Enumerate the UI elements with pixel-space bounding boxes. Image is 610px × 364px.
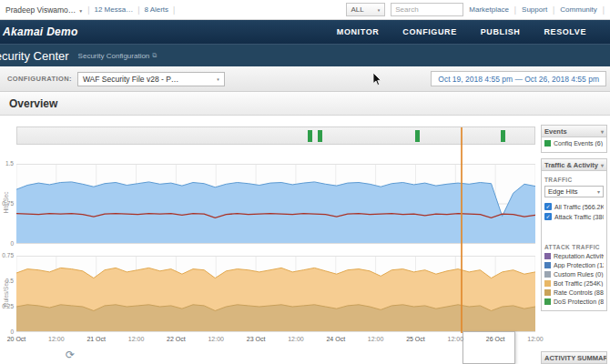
metric-value: Edge Hits (548, 187, 578, 196)
legend-swatch (544, 280, 551, 287)
checkbox-icon[interactable]: ✓ (544, 203, 552, 210)
nav-monitor[interactable]: MONITOR (337, 27, 380, 36)
alerts-link[interactable]: 8 Alerts (144, 5, 168, 14)
config-events-legend[interactable]: Config Events (6) (544, 140, 604, 147)
traffic-panel-title: Traffic & Activity (544, 161, 598, 169)
page-title: Security Center (0, 49, 69, 63)
crosshair-line (461, 127, 463, 333)
page-subtitle-link[interactable]: Security Configuration (78, 52, 150, 60)
date-range-picker[interactable]: Oct 19, 2018 4:55 pm — Oct 26, 2018 4:55… (431, 71, 606, 86)
utility-bar: Pradeep Viswamo…▼ | 12 Messa… | 8 Alerts… (0, 0, 610, 20)
chevron-down-icon: ▾ (217, 76, 219, 82)
search-scope-select[interactable]: ALL▾ (346, 3, 386, 16)
config-event-marker[interactable] (318, 130, 322, 142)
user-menu[interactable]: Pradeep Viswamo…▼ (5, 5, 83, 15)
x-axis-tick: 22 Oct (167, 336, 186, 342)
akamai-logo[interactable]: Akamai Demo (3, 25, 78, 38)
activity-summary-panel: ACTIVITY SUMMARY (541, 351, 607, 364)
x-axis-tick: 25 Oct (406, 336, 425, 342)
x-axis-tick: 12:00 (208, 336, 224, 342)
configuration-select[interactable]: WAF Security File v28 - P…▾ (77, 72, 225, 86)
legend-label: App Protection (126.1K… (554, 262, 604, 268)
traffic-activity-panel: Traffic & Activity ▾ TRAFFIC Edge Hits ▾… (541, 158, 607, 311)
nav-configure[interactable]: CONFIGURE (402, 27, 456, 36)
divider: | (514, 5, 516, 15)
legend-swatch (544, 298, 551, 305)
events-panel-header[interactable]: Events ▾ (542, 126, 606, 137)
attack-legend-item[interactable]: Bot Traffic (254K) 66.7% (544, 280, 604, 287)
x-axis-tick: 23 Oct (247, 336, 266, 342)
chevron-down-icon: ▼ (78, 8, 83, 14)
y-axis-tick: 0.5 (0, 278, 14, 284)
legend-label: Reputation Activity (0) (554, 253, 604, 259)
metric-select[interactable]: Edge Hits ▾ (544, 186, 604, 197)
legend-label: Rate Controls (884)… (554, 289, 604, 296)
activity-summary-title: ACTIVITY SUMMARY (544, 354, 606, 362)
attack-legend-item[interactable]: Custom Rules (0) 0.0% (544, 271, 604, 278)
legend-label: DoS Protection (898)… (554, 298, 604, 305)
config-event-marker[interactable] (415, 130, 420, 142)
x-axis-tick: 20 Oct (7, 336, 26, 342)
checkbox-icon[interactable]: ✓ (544, 213, 552, 220)
events-timeline[interactable] (16, 126, 535, 145)
y-axis-tick: 1.5 (0, 160, 14, 167)
chart-region: Hits/Sec Rules/Sec ⟳ 00.751.500.250.50.7… (0, 116, 539, 364)
attack-legend-item[interactable]: Reputation Activity (0) (544, 253, 604, 259)
nav-publish[interactable]: PUBLISH (481, 27, 521, 36)
traffic-chart[interactable] (16, 164, 535, 244)
link-community[interactable]: Community (560, 5, 596, 14)
divider: | (173, 5, 175, 15)
x-axis-tick: 24 Oct (326, 336, 345, 342)
chevron-down-icon: ▾ (378, 7, 381, 13)
attack-legend-item[interactable]: App Protection (126.1K… (544, 262, 604, 268)
x-axis-tick: 26 Oct (486, 336, 505, 342)
traffic-chart-container (16, 164, 535, 244)
external-link-icon: ⧉ (152, 52, 157, 59)
y-axis-tick: 0.75 (0, 200, 14, 207)
divider: | (603, 5, 605, 15)
attack-legend-item[interactable]: DoS Protection (898)… (544, 298, 604, 305)
configuration-label: CONFIGURATION: (7, 75, 72, 83)
configuration-value: WAF Security File v28 - P… (83, 75, 178, 84)
legend-swatch (544, 262, 551, 268)
x-axis-tick: 21 Oct (86, 336, 106, 342)
config-event-marker[interactable] (501, 130, 505, 142)
y-axis-tick: 0 (0, 240, 14, 247)
chevron-down-icon: ▾ (601, 162, 604, 168)
right-sidebar: Events ▾ Config Events (6) Traffic & Act… (539, 116, 610, 364)
x-axis-tick: 12:00 (48, 336, 65, 342)
traffic-checkbox-row[interactable]: ✓Attack Traffic (380… (544, 213, 604, 220)
search-input[interactable] (391, 3, 463, 16)
legend-swatch (544, 289, 551, 296)
link-support[interactable]: Support (522, 5, 547, 14)
y-axis-tick: 0.75 (0, 252, 14, 258)
legend-swatch (544, 253, 551, 259)
y-axis-tick: 0.25 (0, 303, 14, 309)
config-events-label: Config Events (6) (554, 140, 603, 147)
x-axis-tick: 12:00 (288, 336, 304, 342)
link-marketplace[interactable]: Marketplace (469, 5, 509, 14)
traffic-checkbox-label: All Traffic (566.2K) (554, 204, 604, 210)
messages-link[interactable]: 12 Messa… (95, 5, 134, 14)
legend-label: Custom Rules (0) 0.0% (554, 271, 604, 278)
legend-label: Bot Traffic (254K) 66.7% (554, 280, 604, 287)
security-center-screen: Pradeep Viswamo…▼ | 12 Messa… | 8 Alerts… (0, 0, 610, 364)
x-axis-tick: 12:00 (368, 336, 384, 342)
x-axis-tick: 12:00 (128, 336, 145, 342)
config-event-marker[interactable] (308, 130, 312, 142)
nav-resolve[interactable]: RESOLVE (544, 27, 586, 36)
loading-spinner: ⟳ (66, 349, 75, 361)
content-area: Hits/Sec Rules/Sec ⟳ 00.751.500.250.50.7… (0, 116, 610, 364)
attack-legend-item[interactable]: Rate Controls (884)… (544, 289, 604, 296)
events-panel-title: Events (544, 127, 567, 136)
attack-chart[interactable] (16, 256, 535, 332)
traffic-panel-header[interactable]: Traffic & Activity ▾ (542, 159, 606, 171)
traffic-checkbox-row[interactable]: ✓All Traffic (566.2K) (544, 203, 604, 210)
chevron-down-icon: ▾ (597, 188, 600, 195)
activity-summary-header[interactable]: ACTIVITY SUMMARY (542, 352, 606, 364)
attack-traffic-label: ATTACK TRAFFIC (544, 244, 604, 250)
section-header: Overview (0, 92, 610, 116)
y-axis-tick: 0 (0, 329, 14, 335)
traffic-checkbox-label: Attack Traffic (380… (554, 214, 604, 220)
scope-value: ALL (351, 5, 364, 14)
